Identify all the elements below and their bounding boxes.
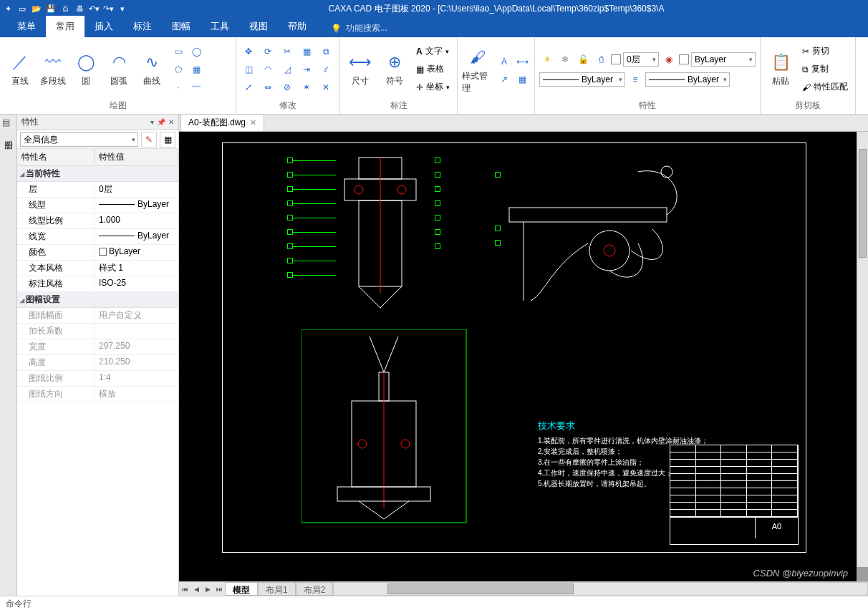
break-icon[interactable]: ⊘ — [279, 79, 295, 95]
export-icon[interactable]: ⎙ — [60, 4, 70, 14]
prop-row[interactable]: 图纸比例1:4 — [17, 371, 178, 387]
layer-print-icon[interactable]: ⎙ — [593, 52, 609, 67]
panel-pin-icon[interactable]: 📌 — [157, 118, 165, 126]
style-manager-button[interactable]: 🖌样式管理 — [462, 44, 493, 96]
stretch-icon[interactable]: ⇔ — [260, 79, 276, 95]
offset-icon[interactable]: ⫽ — [318, 62, 334, 77]
tab-nav-prev[interactable]: ◀ — [191, 582, 202, 596]
trim-icon[interactable]: ✂ — [279, 44, 295, 59]
open-icon[interactable]: 📂 — [32, 4, 42, 14]
rect-icon[interactable]: ▭ — [170, 44, 186, 59]
horizontal-scrollbar[interactable] — [333, 582, 868, 596]
draw-圆[interactable]: ◯圆 — [70, 44, 102, 95]
qat-more-icon[interactable]: ▾ — [117, 4, 127, 14]
prop-row[interactable]: 线型比例1.000 — [17, 213, 178, 229]
prop-row[interactable]: 图纸方向横放 — [17, 387, 178, 402]
quick-select-button[interactable]: ✎ — [141, 132, 157, 147]
redo-icon[interactable]: ↷▾ — [103, 4, 113, 14]
lineweight-combo[interactable]: ByLayer — [645, 72, 730, 87]
layer-color-swatch[interactable] — [611, 54, 621, 64]
layer-props-icon[interactable]: ◉ — [661, 52, 677, 67]
section-current[interactable]: 当前特性 — [17, 166, 178, 182]
fillet-icon[interactable]: ◠ — [260, 62, 276, 77]
model-tab-布局1[interactable]: 布局1 — [258, 582, 296, 596]
layer-combo[interactable]: 0层 — [623, 52, 659, 67]
app-icon[interactable]: ✦ — [3, 4, 13, 14]
color-combo[interactable]: ByLayer — [691, 52, 756, 67]
coord-button[interactable]: ✛坐标▾ — [413, 79, 453, 95]
draw-曲线[interactable]: ∿曲线 — [136, 44, 168, 95]
paste-button[interactable]: 📋粘贴 — [765, 44, 796, 95]
new-icon[interactable]: ▭ — [17, 4, 27, 14]
ellipse-icon[interactable]: ◯ — [188, 44, 204, 59]
layer-freeze-icon[interactable]: ❄ — [557, 52, 573, 67]
save-icon[interactable]: 💾 — [46, 4, 56, 14]
cut-button[interactable]: ✂剪切 — [799, 44, 851, 59]
menu-工具[interactable]: 工具 — [201, 16, 239, 37]
draw-圆弧[interactable]: ◠圆弧 — [103, 44, 135, 95]
textstyle-icon[interactable]: A — [496, 54, 512, 69]
text-button[interactable]: A文字▾ — [413, 44, 453, 59]
model-tab-布局2[interactable]: 布局2 — [296, 582, 334, 596]
rotate-icon[interactable]: ⟳ — [260, 44, 276, 59]
dimension-button[interactable]: ⟷尺寸 — [344, 44, 376, 95]
prop-row[interactable]: 图纸幅面用户自定义 — [17, 308, 178, 324]
function-search[interactable]: 💡 功能搜索... — [331, 22, 387, 37]
dimstyle-icon[interactable]: ⟷ — [514, 54, 530, 69]
tablestyle-icon[interactable]: ▦ — [514, 72, 530, 87]
match-props-button[interactable]: 🖌特性匹配 — [799, 79, 851, 95]
move-icon[interactable]: ✥ — [241, 44, 256, 59]
drawing-canvas[interactable]: 技术要求 1.装配前，所有零件进行清洗，机体内壁涂耐油油漆；2.安装完成后，整机… — [179, 132, 857, 581]
library-icon[interactable]: ▤ — [2, 117, 15, 130]
vertical-scrollbar[interactable] — [857, 132, 868, 567]
print-icon[interactable]: 🖶 — [74, 4, 85, 14]
spline-icon[interactable]: 〰 — [188, 79, 204, 95]
filter-button[interactable]: ▦ — [160, 132, 175, 147]
erase-icon[interactable]: ✕ — [318, 79, 334, 95]
menu-视图[interactable]: 视图 — [239, 16, 278, 37]
polygon-icon[interactable]: ⬠ — [170, 62, 186, 77]
menu-菜单[interactable]: 菜单 — [7, 16, 46, 37]
model-tab-模型[interactable]: 模型 — [225, 582, 258, 596]
table-button[interactable]: ▦表格 — [413, 62, 453, 77]
draw-直线[interactable]: ／直线 — [4, 44, 36, 95]
menu-插入[interactable]: 插入 — [85, 16, 123, 37]
document-tab[interactable]: A0-装配图.dwg ✕ — [180, 114, 264, 131]
mirror-icon[interactable]: ◫ — [241, 62, 256, 77]
prop-row[interactable]: 高度210.250 — [17, 355, 178, 371]
prop-row[interactable]: 线宽ByLayer — [17, 229, 178, 245]
prop-row[interactable]: 标注风格ISO-25 — [17, 276, 178, 292]
explode-icon[interactable]: ✶ — [299, 79, 314, 95]
array-icon[interactable]: ▦ — [299, 44, 314, 59]
copy-icon[interactable]: ⧉ — [318, 44, 334, 59]
linetype-icon[interactable]: ≡ — [627, 72, 643, 87]
hscroll-thumb[interactable] — [387, 584, 574, 594]
selection-combo[interactable]: 全局信息 — [20, 132, 138, 147]
menu-常用[interactable]: 常用 — [46, 16, 85, 37]
tab-nav-next[interactable]: ▶ — [202, 582, 213, 596]
tab-close-icon[interactable]: ✕ — [250, 118, 256, 127]
copy-button[interactable]: ⧉复制 — [799, 62, 851, 77]
linetype-combo[interactable]: ByLayer — [539, 72, 625, 87]
menu-帮助[interactable]: 帮助 — [278, 16, 317, 37]
section-sheet[interactable]: 图幅设置 — [17, 292, 178, 308]
hatch-icon[interactable]: ▦ — [188, 62, 204, 77]
point-icon[interactable]: ∙ — [170, 79, 186, 95]
chamfer-icon[interactable]: ◿ — [279, 62, 295, 77]
extend-icon[interactable]: ⇥ — [299, 62, 314, 77]
layer-sun-icon[interactable]: ☀ — [539, 52, 555, 67]
scale-icon[interactable]: ⤢ — [241, 79, 256, 95]
undo-icon[interactable]: ↶▾ — [89, 4, 99, 14]
prop-row[interactable]: 线型ByLayer — [17, 198, 178, 213]
prop-row[interactable]: 颜色ByLayer — [17, 245, 178, 261]
prop-row[interactable]: 层0层 — [17, 182, 178, 198]
color-swatch[interactable] — [679, 54, 689, 64]
prop-row[interactable]: 加长系数 — [17, 324, 178, 339]
menu-图幅[interactable]: 图幅 — [162, 16, 201, 37]
draw-多段线[interactable]: 〰多段线 — [37, 44, 69, 95]
tab-nav-first[interactable]: ⏮ — [179, 582, 191, 596]
menu-标注[interactable]: 标注 — [123, 16, 162, 37]
leaderstyle-icon[interactable]: ↗ — [496, 72, 512, 87]
prop-row[interactable]: 宽度297.250 — [17, 339, 178, 355]
panel-close-icon[interactable]: ✕ — [168, 118, 174, 126]
